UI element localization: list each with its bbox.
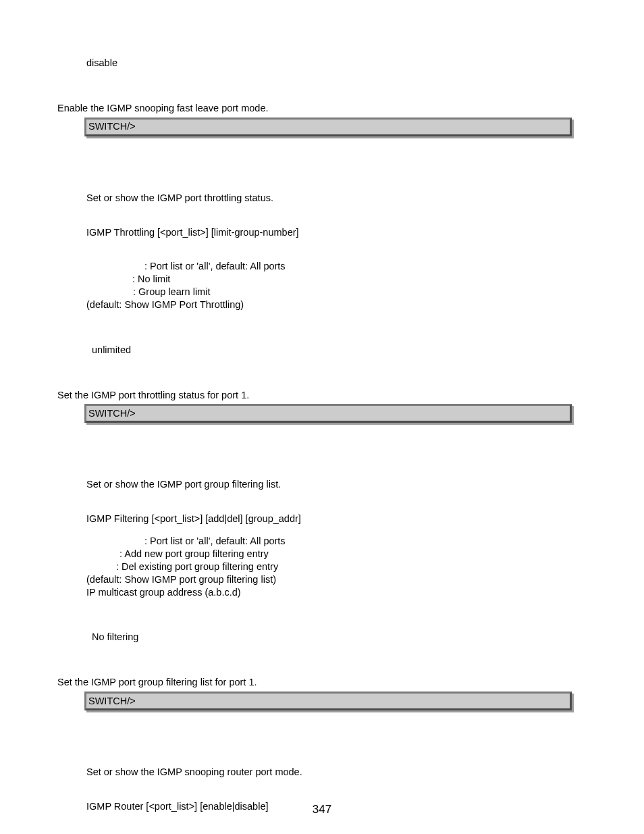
parameters-block: : Port list or 'all', default: All ports…: [86, 260, 587, 311]
code-example-box: SWITCH/>: [84, 118, 572, 136]
document-page: disable Enable the IGMP snooping fast le…: [0, 0, 644, 834]
code-example-box: SWITCH/>: [84, 692, 572, 710]
default-setting-value: No filtering: [86, 631, 587, 644]
code-example-box: SWITCH/>: [84, 404, 572, 423]
example-description: Enable the IGMP snooping fast leave port…: [57, 102, 587, 115]
section-throttling: Set or show the IGMP port throttling sta…: [57, 192, 587, 357]
description-text: Set or show the IGMP port group filterin…: [86, 478, 587, 491]
section-filtering: Set or show the IGMP port group filterin…: [57, 478, 587, 644]
section-fastleave-default: disable: [57, 47, 587, 70]
section-router: Set or show the IGMP snooping router por…: [57, 766, 587, 834]
default-setting-value: disable: [86, 57, 587, 70]
param-default: (default: Show IGMP Port Throttling): [86, 298, 587, 311]
code-prompt: SWITCH/>: [88, 120, 136, 133]
param-portlist: : Port list or 'all', default: All ports: [86, 260, 587, 273]
code-prompt: SWITCH/>: [88, 407, 136, 420]
code-prompt: SWITCH/>: [88, 695, 136, 708]
param-default: (default: Show IGMP port group filtering…: [86, 573, 587, 586]
param-nolimit: : No limit: [86, 273, 587, 286]
syntax-text: IGMP Filtering [<port_list>] [add|del] […: [86, 513, 587, 525]
page-number: 347: [0, 802, 644, 817]
example-description: Set the IGMP port group filtering list f…: [57, 676, 587, 689]
param-grouplimit: : Group learn limit: [86, 286, 587, 298]
example-description: Set the IGMP port throttling status for …: [57, 389, 587, 402]
description-text: Set or show the IGMP snooping router por…: [86, 766, 587, 779]
default-setting-value: unlimited: [86, 344, 587, 357]
syntax-text: IGMP Throttling [<port_list>] [limit-gro…: [86, 226, 587, 239]
param-groupaddr: IP multicast group address (a.b.c.d): [86, 586, 587, 599]
param-add: : Add new port group filtering entry: [86, 548, 587, 561]
description-text: Set or show the IGMP port throttling sta…: [86, 192, 587, 205]
param-del: : Del existing port group filtering entr…: [86, 561, 587, 573]
param-portlist: : Port list or 'all', default: All ports: [86, 535, 587, 548]
parameters-block: : Port list or 'all', default: All ports…: [86, 535, 587, 598]
